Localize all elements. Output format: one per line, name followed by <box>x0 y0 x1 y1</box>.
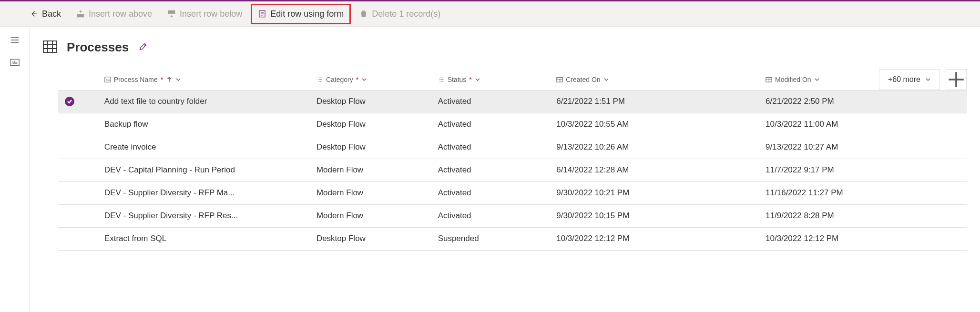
table-icon <box>43 40 57 54</box>
cell-status[interactable]: Activated <box>431 113 550 136</box>
delete-records-button[interactable]: Delete 1 record(s) <box>353 4 447 24</box>
chevron-down-icon <box>475 77 480 82</box>
edit-title-button[interactable] <box>138 42 148 53</box>
main-layout: Abc Processes +60 more <box>0 27 980 312</box>
grid-container: +60 more Abc P <box>43 69 967 251</box>
cell-process-name[interactable]: DEV - Capital Planning - Run Period <box>98 159 310 181</box>
insert-row-above-button[interactable]: Insert row above <box>70 4 159 24</box>
trash-icon <box>359 10 368 18</box>
cell-status[interactable]: Activated <box>431 159 550 181</box>
cell-modified-on[interactable]: 11/7/2022 9:17 PM <box>759 159 967 181</box>
table-row[interactable]: DEV - Supplier Diversity - RFP Ma...Mode… <box>58 181 967 204</box>
row-selector[interactable] <box>58 136 98 159</box>
cell-created-on[interactable]: 10/3/2022 10:55 AM <box>550 113 759 136</box>
table-row[interactable]: Extract from SQLDesktop FlowSuspended10/… <box>58 227 967 250</box>
col-process-name[interactable]: Abc Process Name * <box>98 69 310 90</box>
select-all-header[interactable] <box>58 69 98 90</box>
calendar-icon: 21 <box>766 76 772 83</box>
cell-category[interactable]: Desktop Flow <box>310 113 431 136</box>
row-selector[interactable] <box>58 90 98 113</box>
table-row[interactable]: Add text file to country folderDesktop F… <box>58 90 967 113</box>
main-content: Processes +60 more <box>30 27 980 312</box>
calendar-icon: 21 <box>556 76 563 83</box>
edit-row-form-button[interactable]: Edit row using form <box>251 4 351 24</box>
cell-modified-on[interactable]: 11/16/2022 11:27 PM <box>759 181 967 204</box>
pencil-icon <box>138 42 148 51</box>
cell-status[interactable]: Activated <box>431 90 550 113</box>
back-button[interactable]: Back <box>23 4 68 24</box>
table-row[interactable]: Backup flowDesktop FlowActivated10/3/202… <box>58 113 967 136</box>
col-category[interactable]: Category * <box>310 69 431 90</box>
data-grid: Abc Process Name * Category * <box>58 69 967 251</box>
svg-text:21: 21 <box>768 79 771 82</box>
cell-category[interactable]: Desktop Flow <box>310 136 431 159</box>
table-row[interactable]: Create invoiceDesktop FlowActivated9/13/… <box>58 136 967 159</box>
abc-icon[interactable]: Abc <box>10 59 20 68</box>
column-floaters: +60 more <box>879 69 967 90</box>
svg-text:Abc: Abc <box>11 60 18 65</box>
cell-created-on[interactable]: 6/21/2022 1:51 PM <box>550 90 759 113</box>
checkmark-icon <box>65 97 74 106</box>
cell-process-name[interactable]: DEV - Supplier Diversity - RFP Res... <box>98 204 310 227</box>
row-selector[interactable] <box>58 227 98 250</box>
row-selector[interactable] <box>58 159 98 181</box>
cell-category[interactable]: Desktop Flow <box>310 90 431 113</box>
table-row[interactable]: DEV - Capital Planning - Run PeriodModer… <box>58 159 967 181</box>
insert-above-label: Insert row above <box>89 9 152 19</box>
chevron-down-icon <box>814 77 820 82</box>
cell-category[interactable]: Desktop Flow <box>310 227 431 250</box>
svg-text:21: 21 <box>559 79 561 82</box>
col-status[interactable]: Status * <box>431 69 550 90</box>
insert-above-icon <box>76 10 85 18</box>
optionset-icon <box>316 76 323 83</box>
cell-process-name[interactable]: Extract from SQL <box>98 227 310 250</box>
menu-icon[interactable] <box>10 36 20 45</box>
left-rail: Abc <box>0 27 30 312</box>
chevron-down-icon <box>175 77 181 82</box>
cell-created-on[interactable]: 9/30/2022 10:21 PM <box>550 181 759 204</box>
more-columns-button[interactable]: +60 more <box>879 69 940 90</box>
insert-row-below-button[interactable]: Insert row below <box>161 4 249 24</box>
back-label: Back <box>42 9 61 19</box>
arrow-left-icon <box>30 10 38 18</box>
insert-below-icon <box>167 10 176 18</box>
cell-modified-on[interactable]: 6/21/2022 2:50 PM <box>759 90 967 113</box>
cell-status[interactable]: Suspended <box>431 227 550 250</box>
optionset-icon <box>438 76 445 83</box>
svg-text:Abc: Abc <box>105 78 110 81</box>
cell-category[interactable]: Modern Flow <box>310 159 431 181</box>
page-title: Processes <box>67 40 129 55</box>
cell-category[interactable]: Modern Flow <box>310 181 431 204</box>
row-selector[interactable] <box>58 113 98 136</box>
cell-status[interactable]: Activated <box>431 181 550 204</box>
col-created-on[interactable]: 21 Created On <box>550 69 759 90</box>
cell-process-name[interactable]: Create invoice <box>98 136 310 159</box>
cell-status[interactable]: Activated <box>431 204 550 227</box>
header-row: Abc Process Name * Category * <box>58 69 967 90</box>
plus-icon <box>946 70 966 90</box>
table-row[interactable]: DEV - Supplier Diversity - RFP Res...Mod… <box>58 204 967 227</box>
cell-modified-on[interactable]: 10/3/2022 11:00 AM <box>759 113 967 136</box>
chevron-down-icon <box>361 77 367 82</box>
add-column-button[interactable] <box>946 69 967 90</box>
cell-status[interactable]: Activated <box>431 136 550 159</box>
cell-created-on[interactable]: 10/3/2022 12:12 PM <box>550 227 759 250</box>
cell-created-on[interactable]: 9/13/2022 10:26 AM <box>550 136 759 159</box>
cell-modified-on[interactable]: 11/9/2022 8:28 PM <box>759 204 967 227</box>
cell-process-name[interactable]: Add text file to country folder <box>98 90 310 113</box>
text-field-icon: Abc <box>104 76 111 83</box>
required-marker: * <box>469 76 471 83</box>
cell-process-name[interactable]: DEV - Supplier Diversity - RFP Ma... <box>98 181 310 204</box>
cell-category[interactable]: Modern Flow <box>310 204 431 227</box>
svg-rect-5 <box>43 41 57 52</box>
cell-process-name[interactable]: Backup flow <box>98 113 310 136</box>
cell-created-on[interactable]: 6/14/2022 12:28 AM <box>550 159 759 181</box>
cell-modified-on[interactable]: 10/3/2022 12:12 PM <box>759 227 967 250</box>
cell-modified-on[interactable]: 9/13/2022 10:27 AM <box>759 136 967 159</box>
page-title-row: Processes <box>43 40 967 55</box>
command-bar: Back Insert row above Insert row below E… <box>0 1 980 27</box>
row-selector[interactable] <box>58 204 98 227</box>
required-marker: * <box>161 76 163 83</box>
row-selector[interactable] <box>58 181 98 204</box>
cell-created-on[interactable]: 9/30/2022 10:15 PM <box>550 204 759 227</box>
